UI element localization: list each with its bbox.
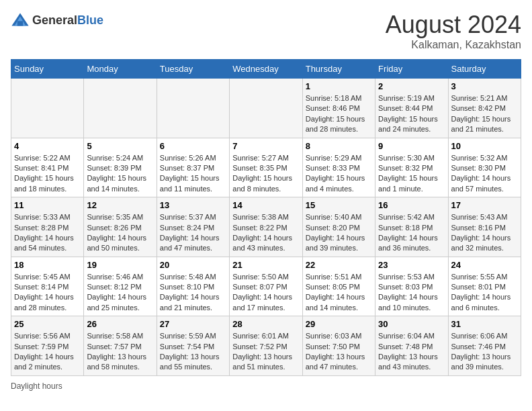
calendar-cell: 6Sunrise: 5:26 AM Sunset: 8:37 PM Daylig… — [157, 138, 229, 197]
calendar-week-row: 1Sunrise: 5:18 AM Sunset: 8:46 PM Daylig… — [11, 79, 521, 138]
calendar-cell: 4Sunrise: 5:22 AM Sunset: 8:41 PM Daylig… — [11, 138, 84, 197]
day-info: Sunrise: 5:56 AM Sunset: 7:59 PM Dayligh… — [14, 331, 81, 373]
day-info: Sunrise: 5:58 AM Sunset: 7:57 PM Dayligh… — [87, 331, 153, 373]
calendar-cell: 11Sunrise: 5:33 AM Sunset: 8:28 PM Dayli… — [11, 197, 84, 257]
day-number: 7 — [232, 141, 299, 151]
day-number: 20 — [160, 260, 226, 270]
day-number: 23 — [378, 260, 445, 270]
day-header-monday: Monday — [84, 60, 157, 79]
svg-rect-2 — [17, 21, 23, 26]
calendar-header-row: SundayMondayTuesdayWednesdayThursdayFrid… — [11, 60, 521, 79]
footer: Daylight hours — [11, 381, 521, 391]
day-number: 22 — [306, 260, 372, 270]
day-info: Sunrise: 5:42 AM Sunset: 8:18 PM Dayligh… — [378, 212, 445, 254]
calendar-cell: 10Sunrise: 5:32 AM Sunset: 8:30 PM Dayli… — [448, 138, 521, 197]
day-info: Sunrise: 5:50 AM Sunset: 8:07 PM Dayligh… — [232, 272, 299, 314]
calendar-cell: 7Sunrise: 5:27 AM Sunset: 8:35 PM Daylig… — [230, 138, 302, 197]
day-number: 21 — [232, 260, 299, 270]
day-info: Sunrise: 5:35 AM Sunset: 8:26 PM Dayligh… — [87, 212, 153, 254]
day-info: Sunrise: 5:37 AM Sunset: 8:24 PM Dayligh… — [160, 212, 226, 254]
day-info: Sunrise: 6:03 AM Sunset: 7:50 PM Dayligh… — [306, 331, 372, 373]
day-header-friday: Friday — [375, 60, 448, 79]
calendar-cell: 23Sunrise: 5:53 AM Sunset: 8:03 PM Dayli… — [375, 257, 448, 316]
day-number: 30 — [378, 319, 445, 329]
day-info: Sunrise: 5:45 AM Sunset: 8:14 PM Dayligh… — [14, 272, 81, 314]
day-info: Sunrise: 5:59 AM Sunset: 7:54 PM Dayligh… — [160, 331, 226, 373]
logo-icon — [11, 11, 30, 30]
day-info: Sunrise: 5:55 AM Sunset: 8:01 PM Dayligh… — [451, 272, 518, 314]
day-info: Sunrise: 5:40 AM Sunset: 8:20 PM Dayligh… — [306, 212, 372, 254]
calendar-cell: 18Sunrise: 5:45 AM Sunset: 8:14 PM Dayli… — [11, 257, 84, 316]
day-info: Sunrise: 5:33 AM Sunset: 8:28 PM Dayligh… — [14, 212, 81, 254]
calendar-cell: 17Sunrise: 5:43 AM Sunset: 8:16 PM Dayli… — [448, 197, 521, 257]
day-number: 5 — [87, 141, 153, 151]
logo: GeneralBlue — [11, 11, 103, 30]
day-number: 26 — [87, 319, 153, 329]
day-info: Sunrise: 5:22 AM Sunset: 8:41 PM Dayligh… — [14, 153, 81, 195]
calendar-cell: 15Sunrise: 5:40 AM Sunset: 8:20 PM Dayli… — [302, 197, 375, 257]
day-number: 8 — [306, 141, 372, 151]
day-info: Sunrise: 5:38 AM Sunset: 8:22 PM Dayligh… — [232, 212, 299, 254]
day-number: 1 — [306, 81, 372, 91]
day-number: 27 — [160, 319, 226, 329]
calendar-cell: 3Sunrise: 5:21 AM Sunset: 8:42 PM Daylig… — [448, 79, 521, 138]
day-number: 18 — [14, 260, 81, 270]
page-header: GeneralBlue August 2024 Kalkaman, Kazakh… — [11, 11, 521, 51]
calendar-cell: 14Sunrise: 5:38 AM Sunset: 8:22 PM Dayli… — [230, 197, 302, 257]
calendar-cell — [11, 79, 84, 138]
day-number: 24 — [451, 260, 518, 270]
day-number: 14 — [232, 200, 299, 210]
calendar-cell: 24Sunrise: 5:55 AM Sunset: 8:01 PM Dayli… — [448, 257, 521, 316]
day-number: 2 — [378, 81, 445, 91]
calendar-week-row: 11Sunrise: 5:33 AM Sunset: 8:28 PM Dayli… — [11, 197, 521, 257]
day-info: Sunrise: 5:26 AM Sunset: 8:37 PM Dayligh… — [160, 153, 226, 195]
calendar-cell: 9Sunrise: 5:30 AM Sunset: 8:32 PM Daylig… — [375, 138, 448, 197]
day-number: 6 — [160, 141, 226, 151]
logo-text: GeneralBlue — [32, 13, 103, 28]
calendar-cell: 20Sunrise: 5:48 AM Sunset: 8:10 PM Dayli… — [157, 257, 229, 316]
day-number: 4 — [14, 141, 81, 151]
calendar-cell: 2Sunrise: 5:19 AM Sunset: 8:44 PM Daylig… — [375, 79, 448, 138]
calendar-cell: 19Sunrise: 5:46 AM Sunset: 8:12 PM Dayli… — [84, 257, 157, 316]
day-number: 31 — [451, 319, 518, 329]
day-info: Sunrise: 6:01 AM Sunset: 7:52 PM Dayligh… — [232, 331, 299, 373]
day-header-wednesday: Wednesday — [230, 60, 302, 79]
day-info: Sunrise: 5:24 AM Sunset: 8:39 PM Dayligh… — [87, 153, 153, 195]
calendar-cell — [157, 79, 229, 138]
day-number: 19 — [87, 260, 153, 270]
day-info: Sunrise: 5:27 AM Sunset: 8:35 PM Dayligh… — [232, 153, 299, 195]
day-number: 11 — [14, 200, 81, 210]
calendar-cell: 5Sunrise: 5:24 AM Sunset: 8:39 PM Daylig… — [84, 138, 157, 197]
day-header-sunday: Sunday — [11, 60, 84, 79]
calendar-cell: 30Sunrise: 6:04 AM Sunset: 7:48 PM Dayli… — [375, 316, 448, 376]
day-number: 3 — [451, 81, 518, 91]
calendar-week-row: 25Sunrise: 5:56 AM Sunset: 7:59 PM Dayli… — [11, 316, 521, 376]
day-info: Sunrise: 5:46 AM Sunset: 8:12 PM Dayligh… — [87, 272, 153, 314]
logo-blue: Blue — [77, 13, 103, 27]
calendar-cell — [84, 79, 157, 138]
day-header-saturday: Saturday — [448, 60, 521, 79]
day-number: 9 — [378, 141, 445, 151]
day-info: Sunrise: 5:43 AM Sunset: 8:16 PM Dayligh… — [451, 212, 518, 254]
calendar-table: SundayMondayTuesdayWednesdayThursdayFrid… — [11, 59, 521, 376]
month-year: August 2024 — [386, 11, 521, 39]
day-number: 12 — [87, 200, 153, 210]
calendar-cell: 31Sunrise: 6:06 AM Sunset: 7:46 PM Dayli… — [448, 316, 521, 376]
calendar-cell: 16Sunrise: 5:42 AM Sunset: 8:18 PM Dayli… — [375, 197, 448, 257]
calendar-week-row: 18Sunrise: 5:45 AM Sunset: 8:14 PM Dayli… — [11, 257, 521, 316]
calendar-cell: 29Sunrise: 6:03 AM Sunset: 7:50 PM Dayli… — [302, 316, 375, 376]
day-info: Sunrise: 5:18 AM Sunset: 8:46 PM Dayligh… — [306, 93, 372, 135]
day-number: 13 — [160, 200, 226, 210]
calendar-cell: 8Sunrise: 5:29 AM Sunset: 8:33 PM Daylig… — [302, 138, 375, 197]
day-info: Sunrise: 5:21 AM Sunset: 8:42 PM Dayligh… — [451, 93, 518, 135]
day-number: 16 — [378, 200, 445, 210]
day-number: 25 — [14, 319, 81, 329]
calendar-cell: 22Sunrise: 5:51 AM Sunset: 8:05 PM Dayli… — [302, 257, 375, 316]
calendar-cell: 27Sunrise: 5:59 AM Sunset: 7:54 PM Dayli… — [157, 316, 229, 376]
day-number: 15 — [306, 200, 372, 210]
calendar-week-row: 4Sunrise: 5:22 AM Sunset: 8:41 PM Daylig… — [11, 138, 521, 197]
day-info: Sunrise: 5:51 AM Sunset: 8:05 PM Dayligh… — [306, 272, 372, 314]
day-header-tuesday: Tuesday — [157, 60, 229, 79]
day-number: 28 — [232, 319, 299, 329]
day-number: 17 — [451, 200, 518, 210]
